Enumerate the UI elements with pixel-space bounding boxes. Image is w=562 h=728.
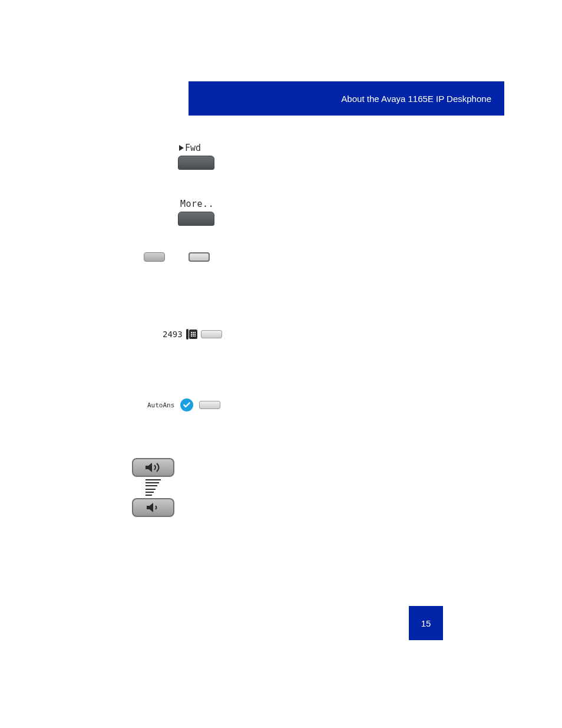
line-key-label: 2493: [163, 330, 183, 339]
line-key-button[interactable]: [201, 330, 222, 338]
programmable-keys-row: [144, 252, 210, 262]
volume-down-button[interactable]: [132, 498, 174, 517]
feature-key-row: AutoAns: [147, 398, 220, 411]
checkmark-icon: [180, 398, 193, 411]
programmable-key-left[interactable]: [144, 252, 165, 262]
programmable-key-right[interactable]: [189, 252, 210, 262]
speaker-loud-icon: [143, 462, 163, 473]
line-key-row: 2493: [163, 329, 222, 340]
page-number: 15: [421, 618, 431, 628]
more-softkey-button[interactable]: [178, 212, 214, 226]
fwd-softkey-button[interactable]: [178, 156, 214, 170]
play-triangle-icon: [179, 145, 184, 151]
header-title: About the Avaya 1165E IP Deskphone: [341, 94, 491, 104]
page-number-box: 15: [409, 606, 443, 640]
more-softkey-group: More..: [178, 199, 214, 226]
fwd-softkey-group: Fwd: [178, 143, 214, 170]
phone-icon: [186, 329, 197, 340]
volume-scale-icon: [146, 479, 161, 496]
volume-up-button[interactable]: [132, 458, 174, 477]
more-label-text: More..: [180, 199, 214, 209]
header-bar: About the Avaya 1165E IP Deskphone: [189, 81, 504, 116]
feature-key-label: AutoAns: [147, 401, 174, 409]
speaker-quiet-icon: [143, 502, 163, 513]
feature-key-button[interactable]: [199, 401, 220, 409]
fwd-label-text: Fwd: [185, 143, 201, 153]
fwd-softkey-label-row: Fwd: [179, 143, 214, 153]
volume-control-group: [132, 458, 174, 517]
